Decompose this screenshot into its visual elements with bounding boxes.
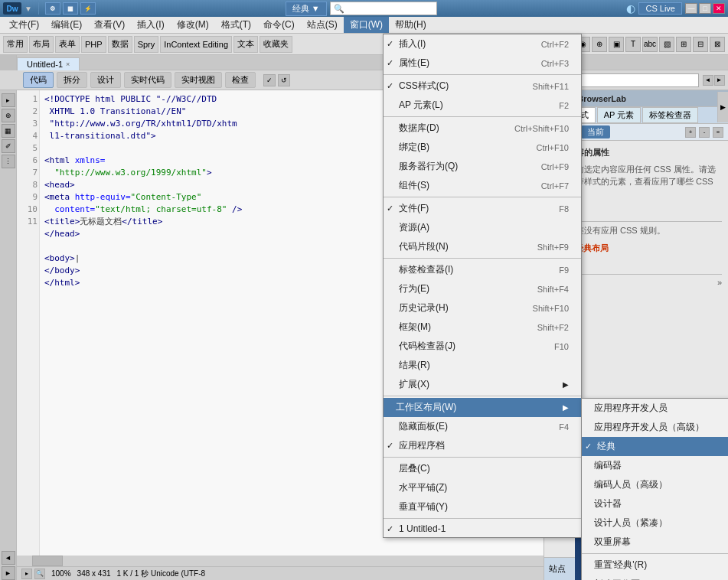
menu-item-app-bar[interactable]: 应用程序档 (384, 436, 581, 455)
menu-item-tag-inspector[interactable]: 标签检查器(I) F9 (384, 260, 581, 279)
view-tab-code[interactable]: 代码 (23, 72, 54, 88)
left-icon-3[interactable]: ▦ (2, 124, 15, 138)
submenu-designer[interactable]: 设计器 (582, 494, 728, 513)
submenu-classic[interactable]: 经典 (582, 437, 728, 456)
left-icon-1[interactable]: ▸ (2, 93, 15, 107)
menu-item-frame[interactable]: 框架(M) Shift+F2 (384, 318, 581, 337)
toolbar-icon-1[interactable]: ⚙ (45, 2, 60, 15)
menu-item-code-inspector[interactable]: 代码检查器(J) F10 (384, 337, 581, 356)
right-expand-bar[interactable]: ▶ (717, 92, 728, 122)
menu-item-results[interactable]: 结果(R) (384, 356, 581, 375)
menu-item-cascade[interactable]: 层叠(C) (384, 459, 581, 478)
menu-item-server[interactable]: 服务器行为(Q) Ctrl+F9 (384, 157, 581, 176)
inspect-icon[interactable]: ✓ (263, 74, 276, 86)
tb-icon-12[interactable]: ⊠ (710, 37, 725, 52)
toolbar-icon-3[interactable]: ⚡ (80, 2, 96, 15)
submenu-coder-adv[interactable]: 编码人员（高级） (582, 475, 728, 494)
menu-modify[interactable]: 修改(M) (171, 17, 215, 33)
view-tab-inspect[interactable]: 检查 (225, 72, 256, 88)
menu-item-hide-panels[interactable]: 隐藏面板(E) F4 (384, 417, 581, 436)
toolbar-icon-2[interactable]: ▦ (63, 2, 78, 15)
menu-edit[interactable]: 编辑(E) (45, 17, 88, 33)
insert-tab-layout[interactable]: 布局 (29, 36, 54, 53)
submenu-dual-screen[interactable]: 双重屏幕 (582, 533, 728, 552)
submenu-coder[interactable]: 编码器 (582, 456, 728, 475)
menu-commands[interactable]: 命令(C) (257, 17, 301, 33)
view-tab-liveCode[interactable]: 实时代码 (124, 72, 171, 88)
workspace-dropdown[interactable]: 经典 ▼ (286, 2, 327, 16)
tb-icon-11[interactable]: ⊟ (693, 37, 708, 52)
menu-item-behavior[interactable]: 行为(E) Shift+F4 (384, 279, 581, 298)
insert-tab-incontext[interactable]: InContext Editing (160, 36, 232, 53)
tb-icon-9[interactable]: ▧ (659, 37, 674, 52)
menu-window[interactable]: 窗口(W) (344, 17, 389, 33)
insert-tab-common[interactable]: 常用 (3, 36, 28, 53)
view-tab-design[interactable]: 设计 (90, 72, 121, 88)
submenu-appdev-adv[interactable]: 应用程序开发人员（高级） (582, 418, 728, 437)
insert-tab-form[interactable]: 表单 (55, 36, 80, 53)
insert-tab-text[interactable]: 文本 (233, 36, 258, 53)
menu-view[interactable]: 查看(V) (88, 17, 131, 33)
refresh-icon[interactable]: ↺ (278, 74, 290, 86)
insert-tab-data[interactable]: 数据 (108, 36, 132, 53)
left-icon-bottom-2[interactable]: ► (2, 566, 15, 580)
left-icon-bottom-1[interactable]: ◄ (2, 551, 15, 565)
menu-item-bind[interactable]: 绑定(B) Ctrl+F10 (384, 138, 581, 157)
insert-tab-spry[interactable]: Spry (134, 36, 159, 53)
menu-format[interactable]: 格式(T) (215, 17, 257, 33)
menu-item-extend[interactable]: 扩展(X) ▶ (384, 375, 581, 394)
file-tab-untitled[interactable]: Untitled-1 × (17, 57, 80, 70)
menu-item-tile-h[interactable]: 水平平铺(Z) (384, 478, 581, 497)
right-panel-new-btn[interactable]: + (685, 127, 696, 138)
nav-back[interactable]: ◄ (703, 75, 713, 86)
menu-item-ap[interactable]: AP 元素(L) F2 (384, 96, 581, 115)
right-panel-expand-btn[interactable]: » (713, 127, 723, 138)
horizontal-scrollbar[interactable] (17, 556, 544, 566)
submenu-reset[interactable]: 重置'经典'(R) (582, 556, 728, 575)
cs-live-button[interactable]: CS Live (638, 2, 682, 15)
menu-item-insert[interactable]: 插入(I) Ctrl+F2 (384, 34, 581, 54)
file-tab-close[interactable]: × (66, 60, 70, 68)
menu-item-history[interactable]: 历史记录(H) Shift+F10 (384, 298, 581, 318)
menu-item-css[interactable]: CSS样式(C) Shift+F11 (384, 77, 581, 96)
tb-icon-7[interactable]: T (625, 37, 641, 52)
nav-fwd[interactable]: ► (714, 75, 725, 86)
menu-insert[interactable]: 插入(I) (131, 17, 170, 33)
menu-item-files[interactable]: 文件(F) F8 (384, 199, 581, 218)
right-panel-tab-ap[interactable]: AP 元素 (597, 107, 641, 123)
menu-item-properties[interactable]: 属性(E) Ctrl+F3 (384, 54, 581, 73)
menu-help[interactable]: 帮助(H) (389, 17, 433, 33)
left-icon-5[interactable]: ⋮ (2, 155, 15, 168)
submenu-new-workspace[interactable]: 新建工作区(N)... (582, 575, 728, 580)
right-panel-del-btn[interactable]: - (699, 127, 710, 138)
tb-icon-10[interactable]: ⊞ (676, 37, 691, 52)
menu-item-tile-v[interactable]: 垂直平铺(Y) (384, 497, 581, 516)
insert-tab-fav[interactable]: 收藏夹 (260, 36, 292, 53)
insert-tab-php[interactable]: PHP (81, 36, 106, 53)
menu-item-db[interactable]: 数据库(D) Ctrl+Shift+F10 (384, 119, 581, 138)
view-tab-liveView[interactable]: 实时视图 (175, 72, 222, 88)
tb-icon-8[interactable]: abc (642, 37, 658, 52)
menu-file[interactable]: 文件(F) (3, 17, 45, 33)
submenu-appdev[interactable]: 应用程序开发人员 (582, 399, 728, 418)
minimize-button[interactable]: — (685, 3, 697, 14)
left-icon-2[interactable]: ⊕ (2, 109, 15, 122)
tb-icon-5[interactable]: ⊕ (592, 37, 607, 52)
menu-item-component[interactable]: 组件(S) Ctrl+F7 (384, 176, 581, 195)
maximize-button[interactable]: □ (699, 3, 711, 14)
search-input[interactable] (344, 4, 436, 13)
menu-item-untitled[interactable]: 1 Untitled-1 (384, 520, 581, 537)
status-arrow[interactable]: ▸ (21, 569, 32, 579)
right-panel-subtab-current[interactable]: 当前 (581, 125, 610, 138)
left-icon-4[interactable]: ✐ (2, 139, 15, 153)
menu-site[interactable]: 站点(S) (301, 17, 344, 33)
expand-properties-btn[interactable]: » (717, 278, 722, 287)
menu-item-assets[interactable]: 资源(A) (384, 218, 581, 237)
status-search[interactable]: 🔍 (34, 569, 45, 579)
submenu-designer-compact[interactable]: 设计人员（紧凑） (582, 513, 728, 533)
view-tab-split[interactable]: 拆分 (57, 72, 87, 88)
right-panel-tab-tag[interactable]: 标签检查器 (642, 107, 698, 123)
menu-item-workspace[interactable]: 工作区布局(W) ▶ 应用程序开发人员 应用程序开发人员（高级） 经典 编码器 … (384, 398, 581, 417)
close-button[interactable]: ✕ (713, 3, 725, 14)
menu-item-snippets[interactable]: 代码片段(N) Shift+F9 (384, 237, 581, 256)
